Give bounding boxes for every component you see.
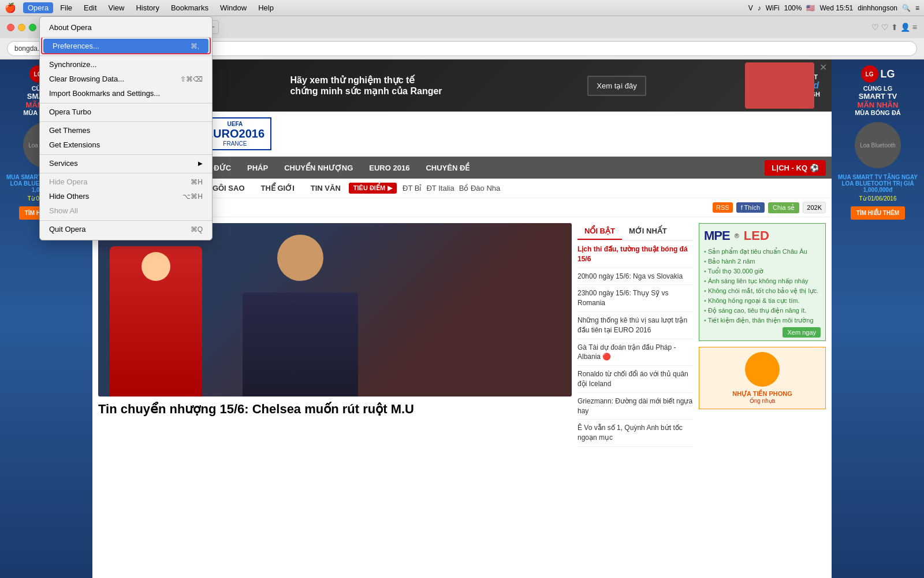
about-opera-item[interactable]: About Opera (40, 20, 212, 35)
fullscreen-button[interactable] (29, 24, 36, 31)
profile-icon[interactable]: 👤 (900, 23, 910, 32)
news-item-4[interactable]: Những thống kê thú vị sau lượt trận đầu … (578, 312, 693, 339)
get-extensions-item[interactable]: Get Extensions (40, 138, 212, 152)
right-ad-promo: MUA SMART TV TẶNG NGAY LOA BLUETOOTH TRỊ… (832, 174, 924, 193)
subnav-dt-bi[interactable]: ĐT Bỉ (403, 184, 422, 192)
banner-cta-button[interactable]: Xem tại đây (587, 76, 646, 96)
facebook-like-button[interactable]: f Thích (736, 202, 765, 213)
player-head-right (277, 235, 323, 281)
menubar-search[interactable]: 🔍 (902, 4, 911, 12)
tien-phong-text: NHỰA TIỀN PHONG (704, 390, 821, 398)
subnav-right: ĐT Bỉ ĐT Italia Bồ Đào Nha (403, 184, 500, 192)
clear-browsing-item[interactable]: Clear Browsing Data... ⇧⌘⌫ (40, 72, 212, 86)
menubar-flag[interactable]: 🇺🇸 (806, 4, 815, 12)
close-button[interactable] (7, 24, 14, 31)
file-menu-item[interactable]: File (55, 2, 77, 13)
news-item-6[interactable]: Ronaldo từ chối đổi áo với thủ quân đội … (578, 366, 693, 393)
opera-menu-item[interactable]: Opera (23, 2, 53, 13)
news-sidebar: NỔI BẬT MỚI NHẤT Lịch thi đấu, tường thu… (578, 223, 693, 447)
nav-euro-2016[interactable]: EURO 2016 (361, 157, 418, 179)
mpe-ad-content: MPE ® LED Sản phẩm đạt tiêu chuẩn Châu Â… (699, 223, 826, 341)
right-ad-date: Từ 01/06/2016 (859, 195, 897, 202)
news-item-3[interactable]: 23h00 ngày 15/6: Thụy Sỹ vs Romania (578, 285, 693, 312)
news-item-8[interactable]: Ê Vo vẫn số 1, Quỳnh Anh bứt tốc ngoạn m… (578, 420, 693, 447)
subnav-dt-italia[interactable]: ĐT Italia (426, 184, 454, 192)
mpe-feature-2: Bảo hành 2 năm (704, 257, 821, 266)
quit-opera-item[interactable]: Quit Opera ⌘Q (40, 222, 212, 236)
news-item-2[interactable]: 20h00 ngày 15/6: Nga vs Slovakia (578, 268, 693, 286)
right-ad-text1: CÙNG LG (863, 85, 893, 92)
news-item-1[interactable]: Lịch thi đấu, tường thuật bóng đá 15/6 (578, 241, 693, 268)
nav-phap[interactable]: PHÁP (239, 157, 276, 179)
soccer-ball-icon: ⚽ (810, 164, 819, 172)
right-ad-product: Loa Bluetooth (855, 122, 901, 168)
services-item[interactable]: Services ▶ (40, 156, 212, 171)
right-advertisement[interactable]: LG LG CÙNG LG SMART TV MÃN NHÃN MÙA BÓNG… (832, 60, 924, 578)
tab-moi-nhat[interactable]: MỚI NHẤT (622, 223, 674, 240)
right-ad-text4: MÙA BÓNG ĐÁ (855, 109, 901, 116)
mpe-cta-button[interactable]: Xem ngay (783, 327, 821, 338)
tab-noi-bat[interactable]: NỔI BẬT (578, 223, 622, 240)
right-ad-btn[interactable]: TÌM HIỂU THÊM (851, 206, 905, 220)
mpe-feature-6: Không hồng ngoại & tia cực tím. (704, 296, 821, 306)
subnav-tieu-diem[interactable]: TIÊU ĐIỂM ▶ (349, 183, 397, 194)
minimize-button[interactable] (18, 24, 25, 31)
player-body-right (243, 292, 358, 397)
tien-phong-logo (745, 352, 780, 387)
lg-area-right: LG LG (861, 65, 895, 83)
news-item-7[interactable]: Griezmann: Đường dài mới biết ngựa hay (578, 393, 693, 420)
menubar-notification[interactable]: ≡ (915, 4, 919, 12)
banner-close-icon[interactable]: ✕ (819, 62, 827, 73)
news-item-5[interactable]: Gà Tài dự đoán trận đầu Pháp - Albania 🔴 (578, 339, 693, 366)
lg-circle-right: LG (861, 65, 878, 83)
hide-opera-item: Hide Opera ⌘H (40, 175, 212, 189)
banner-text2: chứng minh sức mạnh của Ranger (290, 86, 442, 97)
right-ad-text3: MÃN NHÃN (858, 101, 899, 109)
history-menu-item[interactable]: History (131, 2, 163, 13)
menubar-wifi[interactable]: WiFi (766, 4, 780, 12)
get-themes-item[interactable]: Get Themes (40, 123, 212, 138)
apple-menu[interactable]: 🍎 (5, 2, 16, 13)
import-bookmarks-item[interactable]: Import Bookmarks and Settings... (40, 86, 212, 101)
right-ad-item-label: Loa Bluetooth (860, 142, 896, 149)
hide-others-item[interactable]: Hide Others ⌥⌘H (40, 189, 212, 203)
menubar-vpn[interactable]: V (748, 4, 753, 12)
menu-section-preferences: Preferences... ⌘, (41, 37, 211, 54)
preferences-item[interactable]: Preferences... ⌘, (43, 39, 208, 53)
subnav-bo-dao-nha[interactable]: Bồ Đào Nha (459, 184, 501, 192)
window-menu-item[interactable]: Window (215, 2, 251, 13)
show-all-item: Show All (40, 203, 212, 218)
menu-section-6: Hide Opera ⌘H Hide Others ⌥⌘H Show All (40, 173, 212, 219)
subnav-the-gioi[interactable]: THỂ GIỚI (253, 179, 303, 198)
rss-button[interactable]: RSS (713, 202, 733, 213)
mpe-features-list: Sản phẩm đạt tiêu chuẩn Châu Âu Bảo hành… (704, 247, 821, 325)
menubar-music[interactable]: ♪ (758, 4, 761, 12)
bookmarks-menu-item[interactable]: Bookmarks (166, 2, 213, 13)
share-button[interactable]: Chia sẻ (768, 202, 799, 213)
nav-lich-kq[interactable]: LỊCH - KQ ⚽ (765, 160, 826, 176)
car-image (745, 62, 814, 109)
subnav-tin-van[interactable]: TIN VĂN (303, 179, 349, 198)
opera-turbo-item[interactable]: Opera Turbo (40, 105, 212, 119)
main-article-title: Tin chuyển nhượng 15/6: Chelsea muốn rút… (98, 401, 572, 418)
edit-menu-item[interactable]: Edit (79, 2, 101, 13)
menu-section-1: About Opera (40, 19, 212, 36)
heart-icon[interactable]: ♡ (881, 23, 889, 32)
main-article: Tin chuyển nhượng 15/6: Chelsea muốn rút… (98, 223, 572, 447)
banner-btn-area: Xem tại đây (587, 76, 646, 96)
synchronize-item[interactable]: Synchronize... (40, 57, 212, 72)
menubar-username[interactable]: dinhhongson (858, 4, 897, 12)
menubar-battery: 100% (784, 4, 802, 12)
nav-chuyen-nhuong[interactable]: CHUYỂN NHƯỢNG (276, 157, 361, 179)
view-menu-item[interactable]: View (104, 2, 129, 13)
menubar-right: V ♪ WiFi 100% 🇺🇸 Wed 15:51 dinhhongson 🔍… (748, 4, 919, 12)
help-menu-item[interactable]: Help (254, 2, 278, 13)
sidebar-icon[interactable]: ≡ (912, 23, 917, 32)
mpe-advertisement: MPE ® LED Sản phẩm đạt tiêu chuẩn Châu Â… (699, 223, 826, 447)
bookmark-icon[interactable]: ♡ (871, 23, 879, 32)
news-tabs: NỔI BẬT MỚI NHẤT (578, 223, 693, 241)
nav-chuyen-de[interactable]: CHUYÊN ĐỀ (418, 157, 478, 179)
menu-section-4: Get Themes Get Extensions (40, 121, 212, 153)
share-icon[interactable]: ⬆ (891, 23, 898, 32)
mpe-led: LED (744, 228, 769, 243)
